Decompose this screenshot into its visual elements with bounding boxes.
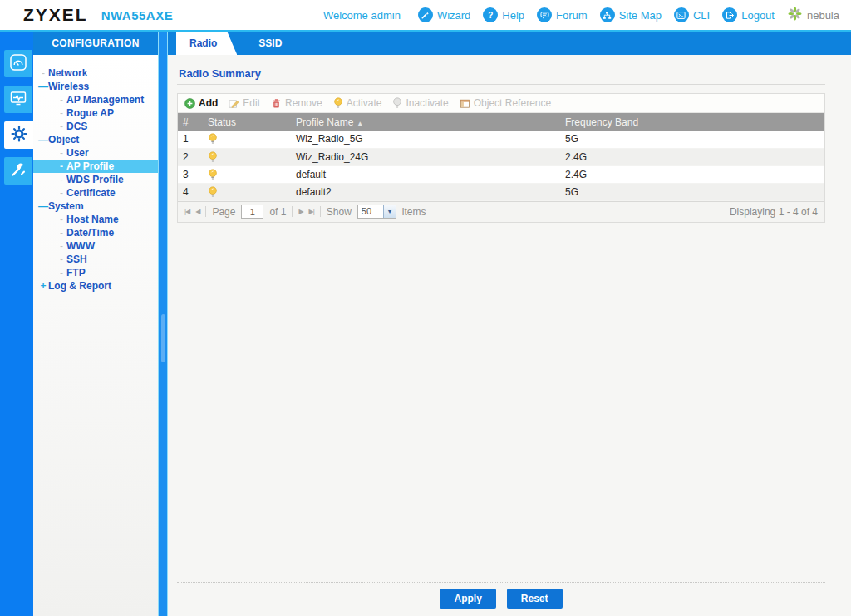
monitor-icon xyxy=(8,88,28,111)
cli-link[interactable]: CLI xyxy=(674,7,710,22)
chevron-down-icon: ▼ xyxy=(383,205,396,218)
column-header-number[interactable]: # xyxy=(178,113,203,131)
pagination-separator xyxy=(205,206,206,217)
reset-button[interactable]: Reset xyxy=(507,589,563,609)
radio-summary-panel: Add Edit Remove xyxy=(177,93,825,223)
rail-item-maintenance[interactable] xyxy=(4,157,32,185)
sidebar: CONFIGURATION -Network —Wireless -AP Man… xyxy=(33,32,158,616)
sidebar-item-system[interactable]: —System xyxy=(33,200,158,213)
wizard-label: Wizard xyxy=(437,9,470,22)
forum-link[interactable]: Forum xyxy=(537,7,588,22)
sidebar-item-host-name[interactable]: -Host Name xyxy=(33,213,158,226)
column-header-status[interactable]: Status xyxy=(203,113,291,131)
sidebar-item-object[interactable]: —Object xyxy=(33,133,158,146)
tab-ssid[interactable]: SSID xyxy=(237,32,303,55)
collapse-handle[interactable] xyxy=(161,314,165,362)
table-row[interactable]: 1 Wiz_Radio_5G 5G xyxy=(178,131,824,148)
sidebar-item-ftp[interactable]: -FTP xyxy=(33,266,158,279)
config-nav: -Network —Wireless -AP Management -Rogue… xyxy=(33,55,158,616)
page-of-label: of 1 xyxy=(269,206,286,218)
sidebar-item-certificate[interactable]: -Certificate xyxy=(33,186,158,200)
sidebar-item-ap-management[interactable]: -AP Management xyxy=(33,93,158,106)
sidebar-item-ap-profile[interactable]: -AP Profile xyxy=(33,160,158,173)
edit-icon xyxy=(229,98,239,109)
table-row[interactable]: 2 Wiz_Radio_24G 2.4G xyxy=(178,148,824,165)
forum-icon xyxy=(537,7,552,22)
rail-item-dashboard[interactable] xyxy=(4,50,32,77)
table-header-row: # Status Profile Name▲ Frequency Band xyxy=(178,113,824,131)
prev-page-button[interactable]: ◀ xyxy=(195,208,199,215)
inactivate-button[interactable]: Inactivate xyxy=(392,97,448,109)
apply-button[interactable]: Apply xyxy=(440,589,495,609)
sidebar-item-date-time[interactable]: -Date/Time xyxy=(33,226,158,239)
remove-button[interactable]: Remove xyxy=(271,97,322,109)
logout-icon xyxy=(722,7,737,22)
items-label: items xyxy=(402,206,426,218)
status-bulb-icon xyxy=(203,183,291,200)
top-bar: ZYXEL NWA55AXE Welcome admin Wizard ? He… xyxy=(0,0,851,30)
page-size-select[interactable]: 50 ▼ xyxy=(357,205,396,219)
dashboard-icon xyxy=(8,52,28,75)
zyxel-logo: ZYXEL xyxy=(23,5,88,25)
page-size-value: 50 xyxy=(358,205,383,218)
radio-summary-table: # Status Profile Name▲ Frequency Band 1 … xyxy=(178,113,824,201)
page-number-input[interactable] xyxy=(241,205,263,219)
add-icon xyxy=(184,98,195,109)
device-model: NWA55AXE xyxy=(101,8,174,22)
pagination-bar: |◀ ◀ Page of 1 ▶ ▶| Show 50 ▼ xyxy=(178,201,824,222)
activate-bulb-icon xyxy=(333,97,343,109)
show-label: Show xyxy=(327,206,352,218)
section-title: Radio Summary xyxy=(179,67,825,80)
sitemap-icon xyxy=(600,7,615,22)
displaying-status: Displaying 1 - 4 of 4 xyxy=(730,206,818,218)
sidebar-item-dcs[interactable]: -DCS xyxy=(33,120,158,133)
forum-label: Forum xyxy=(556,9,588,22)
help-label: Help xyxy=(502,9,524,22)
gear-icon xyxy=(9,124,29,146)
column-header-profile-name[interactable]: Profile Name▲ xyxy=(291,113,560,131)
sidebar-title: CONFIGURATION xyxy=(33,32,158,55)
first-page-button[interactable]: |◀ xyxy=(184,208,189,215)
sidebar-item-rogue-ap[interactable]: -Rogue AP xyxy=(33,106,158,120)
help-link[interactable]: ? Help xyxy=(483,7,524,22)
sitemap-label: Site Map xyxy=(619,9,662,22)
status-bulb-icon xyxy=(203,131,291,148)
table-row[interactable]: 3 default 2.4G xyxy=(178,165,824,183)
cli-icon xyxy=(674,7,689,22)
main-area: Radio SSID Radio Summary Add xyxy=(168,32,851,616)
rail-item-monitor[interactable] xyxy=(4,86,32,113)
left-icon-rail xyxy=(0,32,33,616)
next-page-button[interactable]: ▶ xyxy=(298,208,303,215)
column-header-frequency-band[interactable]: Frequency Band xyxy=(560,113,824,131)
wrench-icon xyxy=(8,160,28,182)
sitemap-link[interactable]: Site Map xyxy=(600,7,662,22)
add-button[interactable]: Add xyxy=(184,97,218,109)
sidebar-item-network[interactable]: -Network xyxy=(33,67,158,80)
sidebar-item-log-report[interactable]: +Log & Report xyxy=(33,279,158,293)
object-reference-button[interactable]: Object Reference xyxy=(460,97,551,109)
pagination-separator xyxy=(320,206,321,217)
trash-icon xyxy=(271,98,282,109)
section-title-rule xyxy=(177,84,825,85)
table-row[interactable]: 4 default2 5G xyxy=(178,183,824,200)
activate-button[interactable]: Activate xyxy=(333,97,382,109)
sidebar-item-user[interactable]: -User xyxy=(33,146,158,160)
sidebar-item-wireless[interactable]: —Wireless xyxy=(33,80,158,93)
cli-label: CLI xyxy=(693,9,710,22)
sidebar-collapse-divider[interactable] xyxy=(158,32,168,616)
page: ZYXEL NWA55AXE Welcome admin Wizard ? He… xyxy=(0,0,851,616)
tab-radio[interactable]: Radio xyxy=(176,32,237,55)
wizard-link[interactable]: Wizard xyxy=(418,7,470,22)
sidebar-item-www[interactable]: -WWW xyxy=(33,239,158,253)
tab-strip: Radio SSID xyxy=(168,32,851,55)
object-reference-icon xyxy=(460,98,470,109)
sidebar-item-ssh[interactable]: -SSH xyxy=(33,253,158,266)
nebula-link[interactable]: nebula xyxy=(787,6,839,24)
edit-button[interactable]: Edit xyxy=(229,97,260,109)
sidebar-item-wds-profile[interactable]: -WDS Profile xyxy=(33,173,158,186)
rail-item-configuration[interactable] xyxy=(4,121,33,149)
logout-link[interactable]: Logout xyxy=(722,7,775,22)
last-page-button[interactable]: ▶| xyxy=(309,208,314,215)
nebula-label: nebula xyxy=(807,9,839,22)
page-label: Page xyxy=(212,206,235,218)
